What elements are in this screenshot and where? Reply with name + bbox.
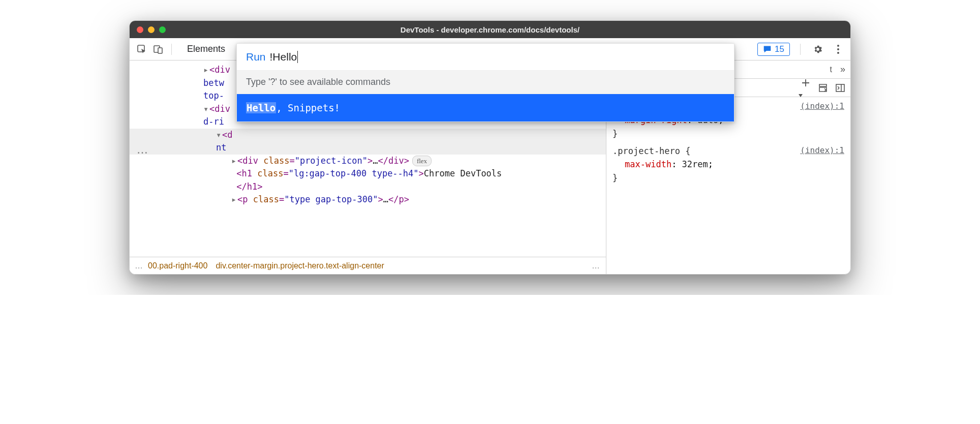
command-result[interactable]: Hello, Snippets!	[237, 94, 734, 122]
result-match: Hello	[246, 102, 276, 113]
breadcrumbs: … 00.pad-right-400 div.center-margin.pro…	[130, 257, 606, 274]
source-link[interactable]: (index):1	[800, 144, 844, 157]
dom-line[interactable]: ▸<div class="project-icon">…</div>flex	[130, 155, 606, 168]
inspect-element-icon[interactable]	[135, 42, 149, 56]
source-link[interactable]: (index):1	[800, 100, 844, 113]
window-title: DevTools - developer.chrome.com/docs/dev…	[130, 25, 850, 34]
svg-point-4	[837, 48, 839, 50]
devtools-window: DevTools - developer.chrome.com/docs/dev…	[129, 20, 851, 275]
breadcrumb-item[interactable]: div.center-margin.project-hero.text-alig…	[216, 261, 384, 270]
separator	[171, 44, 172, 55]
command-input-row[interactable]: Run !Hello	[237, 44, 734, 70]
tab-elements[interactable]: Elements	[187, 44, 225, 54]
breadcrumb-overflow-right[interactable]: …	[592, 261, 601, 270]
svg-point-5	[837, 52, 839, 54]
command-query: !Hello	[270, 51, 298, 63]
settings-icon[interactable]	[811, 42, 825, 56]
svg-point-3	[837, 45, 839, 47]
result-rest: , Snippets!	[276, 102, 340, 113]
svg-rect-2	[158, 48, 162, 53]
breadcrumb-overflow-left[interactable]: …	[135, 261, 143, 270]
row-actions-icon[interactable]: ⋯	[137, 146, 148, 159]
new-style-rule-icon[interactable]	[801, 78, 811, 98]
subtabs-overflow-icon[interactable]: »	[840, 64, 845, 75]
command-palette: Run !Hello Type '?' to see available com…	[236, 43, 734, 122]
messages-count: 15	[775, 44, 784, 54]
breadcrumb-item[interactable]: 00.pad-right-400	[148, 261, 207, 270]
computed-styles-icon[interactable]	[818, 83, 828, 93]
separator	[800, 44, 801, 55]
dom-line[interactable]: ▸<p class="type gap-top-300">…</p>	[130, 193, 606, 206]
dom-line[interactable]: </h1>	[130, 180, 606, 194]
titlebar: DevTools - developer.chrome.com/docs/dev…	[130, 21, 850, 38]
device-toggle-icon[interactable]	[151, 42, 165, 56]
command-prefix: Run	[246, 51, 266, 63]
subtab-fragment[interactable]: t	[830, 65, 832, 74]
dom-line[interactable]: <h1 class="lg:gap-top-400 type--h4">Chro…	[130, 167, 606, 180]
console-messages-badge[interactable]: 15	[757, 43, 790, 56]
flex-badge[interactable]: flex	[412, 156, 432, 167]
svg-rect-6	[836, 84, 844, 92]
dom-line-selected[interactable]: ▾<d	[130, 129, 606, 142]
toggle-sidebar-icon[interactable]	[835, 83, 845, 93]
toolbar-right: 15	[757, 42, 845, 56]
more-menu-icon[interactable]	[831, 42, 845, 56]
dom-line-selected[interactable]: nt	[130, 141, 606, 155]
command-hint: Type '?' to see available commands	[237, 70, 734, 94]
